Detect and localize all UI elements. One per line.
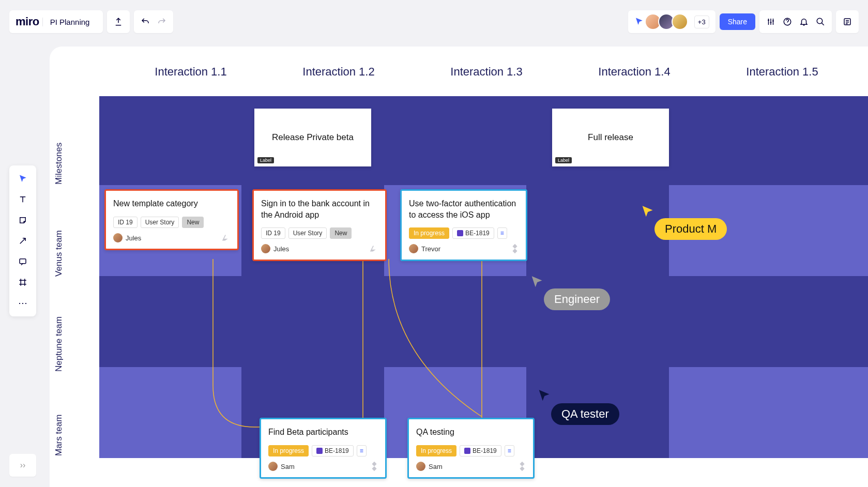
- tag-status[interactable]: New: [330, 227, 352, 239]
- azure-icon: [221, 232, 232, 244]
- panel-button[interactable]: [836, 10, 859, 33]
- story-card[interactable]: Use two-factor authentication to access …: [400, 189, 527, 261]
- milestone-card[interactable]: Release Private beta Label: [254, 109, 371, 166]
- tag-status[interactable]: In progress: [268, 445, 309, 456]
- board-name[interactable]: PI Planning: [42, 18, 97, 26]
- avatar[interactable]: [672, 13, 688, 30]
- collaborators-pill: +3: [628, 10, 715, 33]
- tag-priority[interactable]: ≡: [497, 227, 507, 239]
- cursor-icon: [537, 389, 551, 403]
- sticky-tool[interactable]: [13, 211, 32, 230]
- jira-icon: [516, 461, 528, 472]
- tag-row: In progress BE-1819 ≡: [416, 445, 526, 456]
- assignee: Jules: [261, 244, 378, 253]
- text-tool[interactable]: [13, 190, 32, 209]
- tag-row: In progress BE-1819 ≡: [409, 227, 519, 239]
- column-header: Interaction 1.2: [265, 65, 413, 79]
- jira-icon: [369, 461, 380, 472]
- tag-status[interactable]: In progress: [416, 445, 456, 456]
- story-title: QA testing: [416, 427, 526, 438]
- tag-issue[interactable]: BE-1819: [312, 445, 354, 456]
- avatar-icon: [416, 462, 425, 471]
- story-card[interactable]: New template category ID 19 User Story N…: [104, 189, 239, 250]
- tag[interactable]: ID 19: [113, 217, 138, 228]
- row-label-venus: Venus team: [54, 208, 64, 299]
- more-tools[interactable]: ⋯: [13, 294, 32, 312]
- tag-status[interactable]: New: [182, 217, 204, 228]
- tag-priority[interactable]: ≡: [505, 445, 514, 456]
- export-button[interactable]: [107, 10, 130, 33]
- assignee: Sam: [416, 462, 526, 471]
- search-button[interactable]: [812, 13, 829, 30]
- left-toolbar: ⋯: [9, 165, 36, 316]
- row-label-milestones: Milestones: [54, 119, 64, 208]
- jira-icon: [509, 243, 521, 254]
- tag-status[interactable]: In progress: [409, 227, 449, 239]
- column-headers: Interaction 1.1 Interaction 1.2 Interact…: [117, 65, 856, 79]
- tag-issue[interactable]: BE-1819: [460, 445, 501, 456]
- azure-icon: [369, 243, 380, 254]
- avatar-icon: [268, 462, 278, 471]
- assignee: Sam: [268, 462, 378, 471]
- row-labels: Milestones Venus team Neptune team Mars …: [54, 119, 64, 481]
- milestone-label-tag: Label: [257, 157, 274, 163]
- tag-row: In progress BE-1819 ≡: [268, 445, 378, 456]
- assignee: Jules: [113, 233, 230, 242]
- avatar-icon: [113, 233, 123, 242]
- tag-row: ID 19 User Story New: [261, 227, 378, 239]
- cursor-icon: [634, 17, 644, 26]
- assignee: Trevor: [409, 244, 519, 253]
- comment-tool[interactable]: [13, 252, 32, 271]
- miro-logo: miro: [16, 15, 39, 28]
- svg-point-1: [817, 18, 823, 24]
- board-info-pill[interactable]: miro PI Planning: [9, 10, 103, 33]
- row-label-mars: Mars team: [54, 390, 64, 481]
- share-button[interactable]: Share: [720, 13, 755, 30]
- story-card[interactable]: Find Beta participants In progress BE-18…: [260, 418, 387, 479]
- cursor-icon: [640, 205, 654, 219]
- planning-grid: Release Private beta Label Full release …: [99, 96, 868, 487]
- top-tools-group: [759, 10, 832, 33]
- milestone-label-tag: Label: [555, 157, 572, 163]
- tag-issue[interactable]: BE-1819: [452, 227, 494, 239]
- avatar-stack[interactable]: [648, 13, 688, 30]
- avatar-icon: [261, 244, 270, 253]
- arrow-tool[interactable]: [13, 232, 32, 250]
- tag-priority[interactable]: ≡: [357, 445, 367, 456]
- cursor-label-qa-tester: QA tester: [551, 403, 619, 425]
- tag[interactable]: User Story: [141, 217, 179, 228]
- story-title: New template category: [113, 198, 230, 209]
- redo-button[interactable]: [154, 13, 170, 30]
- undo-button[interactable]: [137, 13, 154, 30]
- story-title: Find Beta participants: [268, 427, 378, 438]
- help-button[interactable]: [779, 13, 796, 30]
- board-canvas[interactable]: Interaction 1.1 Interaction 1.2 Interact…: [50, 47, 868, 487]
- select-tool[interactable]: [13, 170, 32, 188]
- cursor-label-engineer: Engineer: [544, 288, 610, 310]
- story-card[interactable]: Sign in to the bank account in the Andro…: [252, 189, 387, 261]
- collapse-toolbar-button[interactable]: ››: [9, 454, 36, 477]
- upload-icon: [114, 17, 123, 26]
- row-label-neptune: Neptune team: [54, 299, 64, 390]
- grid-row-neptune: [99, 276, 868, 367]
- story-title: Sign in to the bank account in the Andro…: [261, 198, 378, 220]
- topbar-right: +3 Share: [628, 10, 859, 33]
- avatar-icon: [409, 244, 418, 253]
- notifications-button[interactable]: [796, 13, 812, 30]
- column-header: Interaction 1.5: [708, 65, 856, 79]
- tag[interactable]: ID 19: [261, 227, 285, 239]
- milestone-card[interactable]: Full release Label: [552, 109, 669, 166]
- frame-tool[interactable]: [13, 273, 32, 292]
- undo-redo-group: [134, 10, 173, 33]
- milestone-title: Release Private beta: [272, 132, 354, 143]
- cursor-label-product-manager: Product M: [654, 218, 727, 240]
- topbar-left: miro PI Planning: [9, 10, 173, 33]
- column-header: Interaction 1.3: [413, 65, 560, 79]
- tag-row: ID 19 User Story New: [113, 217, 230, 228]
- story-card[interactable]: QA testing In progress BE-1819 ≡ Sam: [407, 418, 535, 479]
- more-collaborators[interactable]: +3: [694, 16, 709, 28]
- milestone-title: Full release: [588, 132, 633, 143]
- settings-button[interactable]: [763, 13, 779, 30]
- svg-rect-3: [20, 259, 26, 264]
- tag[interactable]: User Story: [288, 227, 327, 239]
